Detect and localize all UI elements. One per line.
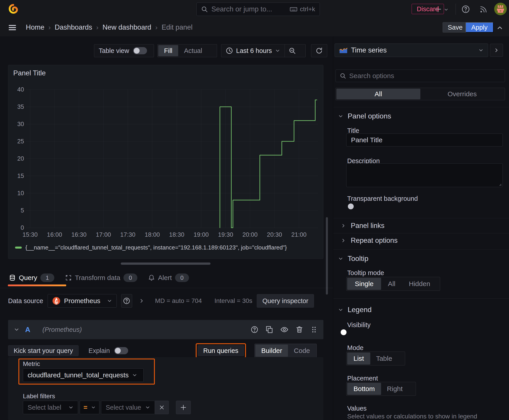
- remove-filter-button[interactable]: [155, 401, 169, 414]
- tab-all[interactable]: All: [336, 89, 420, 99]
- fill-actual-switch: Fill Actual: [157, 44, 217, 57]
- query-row-actions: [251, 326, 318, 334]
- search-icon: [201, 6, 208, 13]
- datasource-help-button[interactable]: [121, 294, 132, 308]
- datasource-row: Data source Prometheus MD = auto = 704 I…: [8, 294, 323, 308]
- discard-button[interactable]: Discard: [412, 4, 444, 14]
- datasource-label: Data source: [8, 297, 43, 305]
- panel-resize-handle[interactable]: [121, 262, 211, 265]
- datasource-chevron-down-icon: [107, 298, 112, 303]
- hide-query-eye-icon[interactable]: [280, 326, 289, 334]
- table-view-toggle[interactable]: [133, 47, 147, 54]
- active-tab-underline: [8, 285, 66, 286]
- search-options-box[interactable]: Search options: [335, 69, 505, 82]
- query-inspector-button[interactable]: Query inspector: [257, 294, 314, 308]
- select-value-placeholder: Select value: [106, 404, 141, 411]
- breadcrumb-dashboards[interactable]: Dashboards: [55, 23, 92, 31]
- svg-text:25: 25: [17, 138, 24, 145]
- operator-chevron-down-icon: [91, 405, 96, 410]
- svg-text:40: 40: [17, 86, 24, 93]
- options-search-icon: [340, 73, 346, 79]
- help-icon[interactable]: [461, 5, 470, 14]
- user-avatar[interactable]: [494, 3, 507, 15]
- drag-handle-icon[interactable]: [310, 326, 318, 334]
- delete-query-trash-icon[interactable]: [296, 326, 303, 333]
- time-range-picker[interactable]: Last 6 hours: [221, 45, 285, 57]
- legend-list-option[interactable]: List: [347, 352, 370, 365]
- breadcrumb-home[interactable]: Home: [26, 23, 45, 31]
- breadcrumb-new-dashboard[interactable]: New dashboard: [103, 23, 151, 31]
- global-search[interactable]: Search or jump to... ctrl+k: [196, 2, 320, 16]
- svg-text:17:00: 17:00: [96, 231, 111, 238]
- time-series-chart[interactable]: 051015202530354015:3016:0016:3017:0017:3…: [8, 84, 323, 241]
- legend-mode-label: Mode: [347, 344, 364, 352]
- description-textarea[interactable]: [346, 163, 503, 187]
- actual-option[interactable]: Actual: [178, 45, 208, 56]
- metric-label: Metric: [23, 360, 40, 368]
- add-filter-button[interactable]: [176, 401, 191, 414]
- operator-dropdown[interactable]: =: [80, 401, 99, 414]
- builder-option[interactable]: Builder: [255, 345, 288, 357]
- legend-chevron-down-icon: [338, 307, 343, 312]
- tab-overrides[interactable]: Overrides: [420, 89, 504, 99]
- kick-start-query-button[interactable]: Kick start your query: [8, 345, 79, 356]
- metric-select[interactable]: cloudflared_tunnel_total_requests: [23, 368, 144, 382]
- legend-title: Legend: [348, 306, 372, 314]
- collapse-header-chevron-up-icon[interactable]: [496, 25, 503, 30]
- query-row-header[interactable]: A (Prometheus): [8, 320, 323, 339]
- tab-query[interactable]: Query 1: [9, 273, 54, 282]
- viz-picker-row: Time series: [335, 44, 503, 57]
- placement-right-option[interactable]: Right: [381, 383, 409, 395]
- tooltip-header[interactable]: Tooltip: [338, 255, 369, 263]
- legend-table-option[interactable]: Table: [370, 352, 398, 365]
- query-collapse-chevron-down-icon[interactable]: [14, 327, 19, 332]
- query-ref-id[interactable]: A: [25, 326, 30, 334]
- duplicate-query-icon[interactable]: [266, 326, 273, 333]
- sidebar-divider: [333, 249, 509, 250]
- grafana-logo-icon[interactable]: [8, 3, 18, 15]
- textarea-resize-icon[interactable]: [497, 181, 502, 186]
- explain-toggle[interactable]: [114, 347, 128, 354]
- menu-hamburger-icon[interactable]: [8, 23, 17, 32]
- main-pane: Table view Fill Actual Last 6 hours Pane…: [0, 36, 333, 420]
- panel-links-section[interactable]: Panel links: [341, 221, 384, 231]
- query-help-icon[interactable]: [251, 326, 258, 333]
- legend-values-label: Values: [347, 405, 367, 412]
- code-option[interactable]: Code: [288, 345, 316, 357]
- expand-chevron-right-icon[interactable]: [139, 298, 144, 304]
- datasource-select[interactable]: Prometheus: [48, 294, 117, 308]
- vertical-scrollbar[interactable]: [326, 217, 328, 295]
- legend-series-label[interactable]: {__name__="cloudflared_tunnel_total_requ…: [25, 244, 287, 251]
- tab-alert[interactable]: Alert 0: [148, 273, 189, 282]
- placement-bottom-option[interactable]: Bottom: [347, 383, 381, 395]
- select-label-dropdown[interactable]: Select label: [23, 401, 78, 414]
- panel-links-label: Panel links: [351, 222, 384, 230]
- sidebar-divider: [333, 107, 509, 107]
- tooltip-hidden-option[interactable]: Hidden: [402, 278, 437, 290]
- zoom-out-button[interactable]: [285, 45, 300, 57]
- tab-transform-data[interactable]: Transform data 0: [65, 273, 137, 282]
- svg-text:16:30: 16:30: [71, 231, 87, 238]
- panel-options-header[interactable]: Panel options: [338, 112, 391, 120]
- legend-series-swatch[interactable]: [15, 247, 22, 249]
- fill-option[interactable]: Fill: [158, 45, 178, 56]
- refresh-button[interactable]: [311, 44, 327, 57]
- tab-alert-label: Alert: [158, 274, 172, 282]
- tooltip-single-option[interactable]: Single: [347, 278, 381, 290]
- run-queries-button[interactable]: Run queries: [198, 345, 244, 356]
- legend-header[interactable]: Legend: [338, 306, 372, 314]
- news-rss-icon[interactable]: [479, 5, 487, 14]
- tooltip-all-option[interactable]: All: [381, 278, 402, 290]
- save-button[interactable]: Save: [443, 22, 468, 32]
- apply-button[interactable]: Apply: [465, 22, 494, 32]
- options-search-placeholder: Search options: [349, 72, 394, 80]
- visibility-label: Visibility: [347, 321, 371, 329]
- repeat-options-section[interactable]: Repeat options: [341, 236, 398, 246]
- collapse-options-button[interactable]: [490, 44, 503, 57]
- add-chevron-down-icon[interactable]: [444, 8, 448, 12]
- visualization-select[interactable]: Time series: [335, 44, 488, 57]
- panel-title-input[interactable]: [346, 134, 503, 147]
- svg-text:16:00: 16:00: [47, 231, 62, 238]
- select-value-dropdown[interactable]: Select value: [101, 401, 155, 414]
- panel-title[interactable]: Panel Title: [13, 69, 46, 77]
